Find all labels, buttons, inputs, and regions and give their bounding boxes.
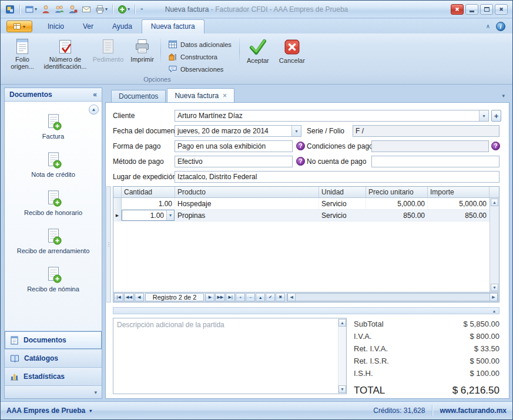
constructora-option[interactable]: Constructora <box>167 52 233 61</box>
cell-precio[interactable]: 850.00 <box>366 210 428 221</box>
cantidad-editor-dropdown-icon[interactable]: ▾ <box>166 210 174 220</box>
table-row-selected[interactable]: ▶ ▾ Propinas Servicio 850.00 850.00 <box>113 210 499 221</box>
grid-header-cantidad[interactable]: Cantidad <box>122 187 175 197</box>
observaciones-option[interactable]: Observaciones <box>167 65 233 73</box>
exit-button[interactable]: ✖ <box>451 4 464 15</box>
cell-producto[interactable]: Propinas <box>175 210 319 221</box>
maximize-button[interactable] <box>480 4 493 15</box>
sidebar-nav-documentos[interactable]: Documentos <box>5 331 102 349</box>
grid-header-importe[interactable]: Importe <box>428 187 489 197</box>
tab-list-dropdown-icon[interactable]: ▾ <box>502 93 505 99</box>
cell-importe[interactable]: 850.00 <box>428 210 489 221</box>
website-link[interactable]: www.facturando.mx <box>440 406 507 415</box>
description-scrollbar[interactable]: ▲ ▼ <box>338 318 346 394</box>
cancelar-button[interactable]: Cancelar <box>275 36 309 65</box>
nav-next-button[interactable]: ▶ <box>205 293 214 301</box>
close-button[interactable]: ✖ <box>495 4 508 15</box>
sidebar-nav-estadisticas[interactable]: Estadísticas <box>5 367 102 385</box>
window-icon[interactable]: ▾ <box>24 4 38 15</box>
imprimir-button[interactable]: Imprimir <box>125 36 159 64</box>
grid-splitter[interactable]: ⋮ <box>106 186 111 303</box>
add-new-icon[interactable]: ▾ <box>116 4 131 15</box>
condiciones-input[interactable] <box>372 141 488 152</box>
scroll-up-arrow-icon[interactable]: ▲ <box>491 199 498 206</box>
cuenta-pago-input[interactable] <box>372 156 499 167</box>
sidebar-item-recibo-arrendamiento[interactable]: Recibo de arrendamiento <box>5 228 102 254</box>
tab-close-icon[interactable]: × <box>223 93 227 99</box>
metodo-pago-input[interactable] <box>175 156 292 167</box>
cell-unidad[interactable]: Servicio <box>319 198 366 209</box>
lugar-expedicion-input[interactable] <box>175 172 499 182</box>
forma-pago-help-button[interactable]: ? <box>296 142 305 150</box>
grid-header-unidad[interactable]: Unidad <box>319 187 366 197</box>
fecha-dropdown-icon[interactable]: ▾ <box>291 126 301 136</box>
folio-origen-button[interactable]: Folio origen... <box>5 36 39 71</box>
sidebar-nav-catalogos[interactable]: Catálogos <box>5 349 102 367</box>
doc-tab-documentos[interactable]: Documentos <box>111 90 166 102</box>
minimize-button[interactable] <box>465 4 478 15</box>
tab-nueva-factura[interactable]: Nueva factura <box>142 19 204 33</box>
sidebar-item-recibo-nomina[interactable]: Recibo de nómina <box>5 266 102 293</box>
grid-header-producto[interactable]: Producto <box>175 187 319 197</box>
nav-last-button[interactable]: ▶| <box>226 293 235 301</box>
nav-delete-button[interactable]: − <box>246 293 255 301</box>
users-icon[interactable] <box>53 4 65 15</box>
sidebar-options-dropdown-icon[interactable]: ▾ <box>94 389 97 395</box>
mail-icon[interactable] <box>81 4 92 15</box>
collapse-ribbon-icon[interactable]: ∧ <box>486 22 490 31</box>
condiciones-help-button[interactable]: ? <box>491 142 500 150</box>
cell-importe[interactable]: 5,000.00 <box>428 198 489 209</box>
tab-ayuda[interactable]: Ayuda <box>103 19 142 33</box>
info-icon[interactable]: i <box>496 22 505 31</box>
aceptar-button[interactable]: Aceptar <box>241 36 275 65</box>
application-menu-button[interactable]: ▾ <box>6 21 32 32</box>
sidebar-collapse-icon[interactable]: « <box>93 90 97 99</box>
nav-cancel-button[interactable]: ✖ <box>276 293 285 301</box>
pedimento-button[interactable]: Pedimento <box>91 36 125 64</box>
sidebar-item-recibo-honorario[interactable]: Recibo de honorario <box>5 190 102 216</box>
table-row[interactable]: 1.00 Hospedaje Servicio 5,000.00 5,000.0… <box>113 198 499 210</box>
nav-first-button[interactable]: |◀ <box>114 293 123 301</box>
scroll-down-arrow-icon[interactable]: ▼ <box>338 385 346 393</box>
nav-edit-button[interactable]: ▲ <box>256 293 265 301</box>
doc-tab-nueva-factura[interactable]: Nueva factura × <box>167 88 234 102</box>
scroll-right-arrow-icon[interactable]: ▶ <box>489 294 498 301</box>
sidebar-item-nota-credito[interactable]: Nota de crédito <box>5 152 102 178</box>
user-edit-icon[interactable] <box>67 4 79 15</box>
nav-next-page-button[interactable]: ▶▶ <box>215 293 225 301</box>
grid-header-precio[interactable]: Precio unitario <box>366 187 428 197</box>
description-textarea[interactable] <box>113 318 338 394</box>
cliente-input[interactable] <box>175 110 479 121</box>
scroll-left-arrow-icon[interactable]: ◀ <box>287 294 296 301</box>
nav-post-button[interactable]: ✔ <box>266 293 275 301</box>
cell-producto[interactable]: Hospedaje <box>175 198 319 209</box>
tab-inicio[interactable]: Inicio <box>38 19 73 33</box>
print-icon[interactable]: ▾ <box>94 4 109 15</box>
user-icon[interactable] <box>40 4 52 15</box>
metodo-pago-help-button[interactable]: ? <box>296 157 305 166</box>
cell-precio[interactable]: 5,000.00 <box>366 198 428 209</box>
scroll-down-arrow-icon[interactable]: ▼ <box>491 284 498 291</box>
sidebar-item-factura[interactable]: Factura <box>5 113 102 140</box>
numero-identificacion-button[interactable]: Número de identificación... <box>39 36 91 71</box>
app-logo-icon[interactable] <box>4 4 16 15</box>
nav-prev-button[interactable]: ◀ <box>135 293 144 301</box>
nav-prev-page-button[interactable]: ◀◀ <box>124 293 134 301</box>
forma-pago-input[interactable] <box>175 141 292 152</box>
serie-folio-input[interactable] <box>353 126 499 136</box>
scroll-up-icon[interactable]: ▲ <box>89 105 99 115</box>
datos-adicionales-option[interactable]: Datos adicionales <box>167 40 233 49</box>
cantidad-editor-input[interactable] <box>122 210 166 220</box>
cliente-dropdown-icon[interactable]: ▾ <box>479 110 488 121</box>
cell-cantidad[interactable]: 1.00 <box>122 198 175 209</box>
fecha-input[interactable] <box>175 126 291 136</box>
add-cliente-button[interactable]: + <box>491 110 501 122</box>
nav-insert-button[interactable]: + <box>236 293 245 301</box>
cell-unidad[interactable]: Servicio <box>319 210 366 221</box>
scroll-up-arrow-icon[interactable]: ▲ <box>338 319 346 327</box>
customize-toolbar-icon[interactable]: » <box>139 4 144 15</box>
company-selector[interactable]: AAA Empres de Prueba ▾ <box>6 406 92 415</box>
tab-ver[interactable]: Ver <box>73 19 103 33</box>
detail-collapse-bar[interactable]: ▴ <box>113 307 499 314</box>
grid-vertical-scrollbar[interactable]: ▲ ▼ <box>489 198 499 292</box>
